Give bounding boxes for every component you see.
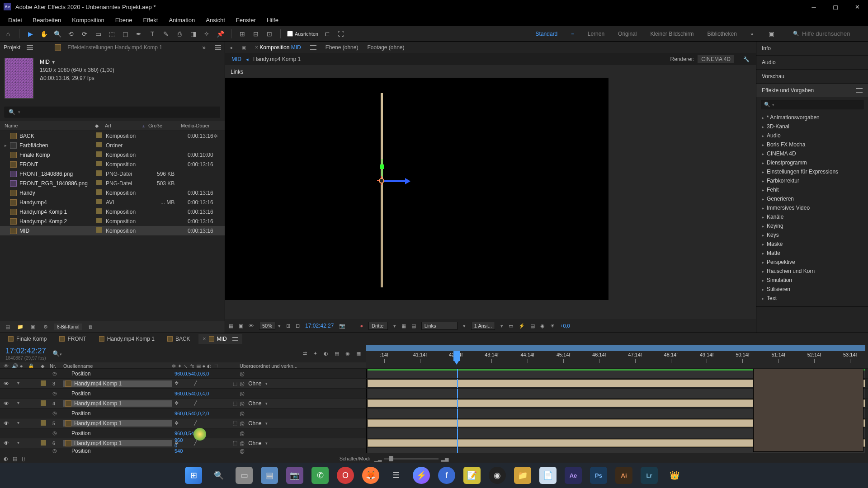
panel-info[interactable]: Info [756, 42, 868, 55]
snap-collapse-icon[interactable]: ⛶ [336, 29, 345, 38]
menu-effekt[interactable]: Effekt [137, 15, 163, 25]
breadcrumb-leaf[interactable]: Handy.mp4 Komp 1 [253, 56, 301, 62]
timeline-layer-row[interactable]: 👁▾ 4 Handy.mp4 Komp 1 ✲╱⬚ @Ohne▾ [0, 398, 868, 408]
menu-fenster[interactable]: Fenster [231, 15, 261, 25]
effects-category[interactable]: Audio [756, 131, 868, 140]
y-axis-handle[interactable] [380, 164, 384, 169]
resolution-icon[interactable]: ⊞ [286, 323, 290, 329]
stopwatch-icon[interactable]: ◷ [52, 390, 57, 396]
axis-view-icon[interactable]: ⊡ [265, 29, 274, 38]
effects-category[interactable]: Farbkorrektur [756, 176, 868, 185]
illustrator-icon[interactable]: Ai [615, 467, 632, 484]
maximize-button[interactable]: ▢ [828, 4, 843, 10]
viewer-tab-menu-icon[interactable] [310, 45, 316, 50]
workspace-standard[interactable]: Standard [536, 31, 558, 37]
effects-category[interactable]: Maske [756, 239, 868, 249]
snap-edge-icon[interactable]: ⊏ [323, 29, 332, 38]
puppet-tool-icon[interactable]: 📌 [216, 29, 225, 38]
project-item[interactable]: Handy.mp4 AVI ... MB 0:00:13:16 [0, 197, 225, 207]
project-tab-menu-icon[interactable] [27, 45, 33, 50]
effects-category[interactable]: Generieren [756, 194, 868, 203]
close-button[interactable]: ✕ [850, 4, 864, 10]
pickwhip-icon[interactable]: @ [240, 441, 245, 446]
visibility-toggle[interactable]: 👁 [4, 440, 10, 446]
project-settings-icon[interactable]: ⚙ [42, 323, 50, 331]
clone-tool-icon[interactable]: ⎙ [175, 29, 184, 38]
menu-ansicht[interactable]: Ansicht [200, 15, 231, 25]
frame-blend-icon[interactable]: ▤ [335, 351, 339, 357]
project-item[interactable]: FRONT_1840886.png PNG-Datei 596 KB [0, 169, 225, 178]
eraser-tool-icon[interactable]: ◨ [189, 29, 198, 38]
pickwhip-icon[interactable]: @ [240, 381, 245, 386]
axis-local-icon[interactable]: ⊞ [238, 29, 247, 38]
effects-category[interactable]: Keys [756, 230, 868, 239]
hand-tool-icon[interactable]: ✋ [39, 29, 48, 38]
trash-icon[interactable]: 🗑 [86, 323, 94, 331]
explorer-icon[interactable]: 📁 [514, 467, 531, 484]
workspace-libraries[interactable]: Bibliotheken [707, 31, 736, 37]
snap-checkbox[interactable] [287, 31, 293, 37]
twirl-icon[interactable]: ▾ [17, 420, 23, 427]
viewer-comp-tab[interactable]: × Komposition MID [255, 44, 301, 51]
selection-tool-icon[interactable]: ▶ [26, 29, 35, 38]
effects-search[interactable]: 🔍▾ [761, 100, 863, 109]
project-item[interactable]: FRONT_RGB_1840886.png PNG-Datei 503 KB [0, 178, 225, 188]
taskbar-search-icon[interactable]: 🔍 [210, 467, 227, 484]
workspace-learn[interactable]: Lernen [588, 31, 604, 37]
visibility-toggle[interactable]: 👁 [4, 420, 10, 427]
project-item[interactable]: BACK Komposition 0:00:13:16 ✲ [0, 131, 225, 141]
project-overflow-icon[interactable]: » [202, 44, 206, 51]
comp-flow-icon[interactable]: ◉ [540, 323, 545, 329]
new-comp-icon[interactable]: ▣ [29, 323, 37, 331]
pan-behind-tool-icon[interactable]: ⬚ [107, 29, 116, 38]
current-time-indicator[interactable] [453, 351, 460, 361]
crown-app-icon[interactable]: 👑 [666, 467, 683, 484]
stopwatch-icon[interactable]: ◷ [52, 448, 57, 453]
project-item[interactable]: ▸ Farbflächen Ordner [0, 141, 225, 150]
shape-tool-icon[interactable]: ▢ [121, 29, 130, 38]
pen-tool-icon[interactable]: ✒ [134, 29, 143, 38]
timeline-icon[interactable]: ▤ [530, 323, 535, 329]
effects-category[interactable]: Text [756, 294, 868, 303]
exposure-reset-icon[interactable]: ☀ [550, 323, 555, 329]
toggle-switches-icon[interactable]: ◐ [4, 456, 8, 462]
timeline-property-row[interactable]: ◷ Position 960 0 540 0 8 0 @ [0, 448, 868, 453]
stopwatch-icon[interactable]: ◷ [52, 410, 57, 416]
menu-animation[interactable]: Animation [163, 15, 200, 25]
timeline-tab[interactable]: Finale Komp [4, 334, 51, 344]
messenger-icon[interactable]: ⚡ [413, 467, 430, 484]
viewer-lock-icon[interactable]: ◂ [230, 45, 232, 51]
effect-controls-tab[interactable]: Effekteinstellungen Handy.mp4 Komp 1 [67, 44, 162, 51]
zoom-slider[interactable] [384, 458, 439, 460]
channel-icon[interactable]: ● [360, 323, 363, 328]
renderer-value[interactable]: CINEMA 4D [698, 55, 734, 63]
x-axis-arrow[interactable] [405, 178, 410, 184]
project-item[interactable]: MID Komposition 0:00:13:16 [0, 226, 225, 235]
stopwatch-icon[interactable]: ◷ [52, 430, 57, 436]
fast-preview-icon[interactable]: ⚡ [519, 323, 525, 329]
camera-dropdown[interactable]: Links [421, 322, 458, 330]
transparent-grid-icon[interactable]: ▦ [401, 323, 406, 329]
effects-category[interactable]: Stilisieren [756, 285, 868, 294]
brush-tool-icon[interactable]: ✎ [161, 29, 170, 38]
workspace-original[interactable]: Original [618, 31, 637, 37]
workspace-small[interactable]: Kleiner Bildschirm [650, 31, 693, 37]
close-icon[interactable]: × [203, 336, 206, 342]
rotate-tool-icon[interactable]: ⟳ [80, 29, 89, 38]
menu-bearbeiten[interactable]: Bearbeiten [27, 15, 66, 25]
renderer-settings-icon[interactable]: 🔧 [743, 56, 750, 62]
timeline-property-row[interactable]: ◷ Position 960,0,540,0,6,0 @ [0, 368, 868, 378]
timeline-ruler[interactable]: :14f41:14f42:14f43:14f44:14f45:14f46:14f… [366, 345, 868, 368]
panel-effects-header[interactable]: Effekte und Vorgaben [756, 84, 868, 97]
twirl-icon[interactable]: ▾ [17, 440, 23, 446]
visibility-toggle[interactable]: 👁 [4, 380, 10, 387]
draft3d-icon[interactable]: ✦ [313, 351, 317, 357]
toggle-alpha-icon[interactable]: ▦ [229, 323, 233, 329]
timeline-search-icon[interactable]: 🔍▾ [52, 350, 62, 357]
timeline-property-row[interactable]: ◷ Position 960,0,540, @ [0, 428, 868, 438]
panel-preview[interactable]: Vorschau [756, 70, 868, 83]
graph-editor-icon[interactable]: ▦ [356, 351, 361, 357]
timeline-property-row[interactable]: ◷ Position 960,0,540,0,2,0 @ [0, 408, 868, 418]
motion-blur-icon[interactable]: ◉ [345, 351, 350, 357]
pickwhip-icon[interactable]: @ [240, 431, 245, 436]
